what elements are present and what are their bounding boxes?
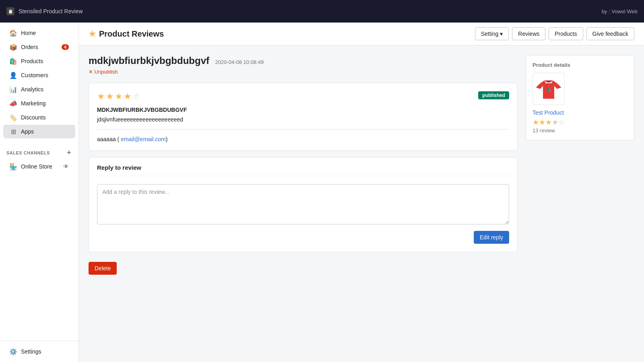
sidebar-item-products[interactable]: 🛍️ Products bbox=[3, 54, 75, 68]
sidebar-item-online-store[interactable]: 🏪 Online Store 👁 bbox=[3, 160, 75, 173]
give-feedback-button[interactable]: Give feedback bbox=[586, 27, 635, 40]
sidebar-item-label-home: Home bbox=[21, 30, 36, 36]
sidebar-item-analytics[interactable]: 📊 Analytics bbox=[3, 82, 75, 96]
sidebar-item-customers[interactable]: 👤 Customers bbox=[3, 68, 75, 82]
sidebar-bottom: ⚙️ Settings bbox=[0, 341, 78, 362]
reply-textarea[interactable] bbox=[97, 184, 509, 224]
setting-button[interactable]: Setting ▾ bbox=[475, 27, 509, 40]
sidebar-item-label-customers: Customers bbox=[21, 72, 48, 78]
edit-reply-button[interactable]: Edit reply bbox=[474, 231, 509, 244]
review-card: ★★★★☆ published MDKJWBFIURBKJVBGBDUBGVF … bbox=[89, 83, 518, 151]
sales-channels-section: SALES CHANNELS ＋ bbox=[0, 142, 78, 159]
published-badge: published bbox=[478, 91, 509, 99]
delete-area: Delete bbox=[89, 262, 518, 275]
sidebar-item-label-marketing: Marketing bbox=[21, 100, 45, 107]
main: ★ Product Reviews Setting ▾ Reviews Prod… bbox=[79, 23, 644, 362]
sidebar-nav: 🏠 Home 📦 Orders 4 🛍️ Products 👤 Customer… bbox=[0, 23, 78, 142]
sidebar-item-label-products: Products bbox=[21, 58, 43, 64]
discounts-icon: 🏷️ bbox=[10, 114, 17, 121]
sidebar-item-discounts[interactable]: 🏷️ Discounts bbox=[3, 111, 75, 124]
product-image-wrapper bbox=[533, 73, 565, 105]
reviewer-email-link[interactable]: email@email.com bbox=[121, 136, 165, 142]
page-content: mdkjwbfiurbkjvbgbdubgvf 2020-04-08 10:08… bbox=[79, 45, 644, 362]
products-header-button[interactable]: Products bbox=[549, 27, 583, 40]
unpublish-link[interactable]: ✕ Unpublish bbox=[89, 69, 518, 75]
review-name: mdkjwbfiurbkjvbgbdubgvf bbox=[89, 55, 209, 66]
main-column: mdkjwbfiurbkjvbgbdubgvf 2020-04-08 10:08… bbox=[89, 55, 518, 275]
review-title-area: mdkjwbfiurbkjvbgbdubgvf 2020-04-08 10:08… bbox=[89, 55, 518, 75]
dropdown-arrow-icon: ▾ bbox=[500, 31, 503, 37]
topbar: 📋 Stensiled Product Review by : Vowel We… bbox=[0, 0, 644, 23]
products-icon: 🛍️ bbox=[10, 58, 17, 65]
topbar-by-label: by : Vowel Web bbox=[602, 8, 638, 14]
app-icon: 📋 bbox=[6, 7, 14, 15]
reviewer-email-section: aaaaaa ( email@email.com) bbox=[97, 129, 509, 142]
sidebar-item-label-orders: Orders bbox=[21, 44, 38, 50]
sales-channels-label: SALES CHANNELS bbox=[6, 150, 50, 155]
apps-icon: ⊞ bbox=[10, 128, 17, 135]
review-stars: ★★★★☆ bbox=[97, 91, 141, 102]
reviewer-text: jdsjivnfueeeeeeeeeeeeeeeeeeeed bbox=[97, 116, 509, 123]
sidebar-item-orders[interactable]: 📦 Orders 4 bbox=[3, 40, 75, 54]
review-card-body: ★★★★☆ published MDKJWBFIURBKJVBGBDUBGVF … bbox=[89, 83, 517, 150]
online-store-icon: 🏪 bbox=[10, 163, 17, 170]
sidebar-item-label-online-store: Online Store bbox=[21, 163, 52, 170]
sidebar: 🏠 Home 📦 Orders 4 🛍️ Products 👤 Customer… bbox=[0, 23, 79, 362]
sidebar-item-label-settings: Settings bbox=[21, 348, 41, 355]
reply-card-title: Reply to review bbox=[89, 158, 517, 176]
review-card-top: ★★★★☆ published bbox=[97, 91, 509, 102]
analytics-icon: 📊 bbox=[10, 86, 17, 93]
reviewer-suffix: ) bbox=[166, 136, 168, 142]
product-review-count: 13 review bbox=[533, 128, 627, 134]
topbar-app-name: Stensiled Product Review bbox=[19, 8, 83, 14]
sidebar-item-home[interactable]: 🏠 Home bbox=[3, 26, 75, 40]
product-image bbox=[535, 75, 563, 103]
settings-icon: ⚙️ bbox=[10, 348, 17, 355]
product-column: Product details bbox=[526, 55, 634, 140]
home-icon: 🏠 bbox=[10, 29, 17, 37]
customers-icon: 👤 bbox=[10, 72, 17, 79]
orders-icon: 📦 bbox=[10, 43, 17, 51]
review-date: 2020-04-08 10:08:49 bbox=[215, 59, 264, 65]
reviewer-name: MDKJWBFIURBKJVBGBDUBGVF bbox=[97, 107, 509, 113]
sidebar-item-marketing[interactable]: 📣 Marketing bbox=[3, 97, 75, 110]
sidebar-item-label-apps: Apps bbox=[21, 128, 34, 135]
title-star-icon: ★ bbox=[89, 29, 96, 39]
page-title: ★ Product Reviews bbox=[89, 29, 164, 39]
sidebar-item-label-discounts: Discounts bbox=[21, 114, 45, 121]
review-heading: mdkjwbfiurbkjvbgbdubgvf 2020-04-08 10:08… bbox=[89, 55, 518, 66]
reply-card: Reply to review Edit reply bbox=[89, 157, 518, 252]
product-stars: ★★★★☆ bbox=[533, 118, 627, 127]
sidebar-item-label-analytics: Analytics bbox=[21, 86, 43, 93]
reply-card-body: Edit reply bbox=[89, 176, 517, 252]
delete-button[interactable]: Delete bbox=[89, 262, 117, 275]
reply-actions: Edit reply bbox=[97, 231, 509, 244]
page-title-text: Product Reviews bbox=[99, 29, 164, 39]
page-header: ★ Product Reviews Setting ▾ Reviews Prod… bbox=[79, 23, 644, 45]
reviews-button[interactable]: Reviews bbox=[512, 27, 545, 40]
product-card-title: Product details bbox=[533, 62, 627, 68]
product-name-link[interactable]: Test Product bbox=[533, 109, 564, 116]
sidebar-item-settings[interactable]: ⚙️ Settings bbox=[3, 345, 75, 358]
add-channel-icon[interactable]: ＋ bbox=[66, 148, 72, 157]
product-card: Product details bbox=[526, 55, 634, 140]
page-header-actions: Setting ▾ Reviews Products Give feedback bbox=[475, 27, 634, 40]
marketing-icon: 📣 bbox=[10, 100, 17, 107]
sidebar-item-apps[interactable]: ⊞ Apps bbox=[3, 125, 75, 138]
orders-badge: 4 bbox=[62, 44, 69, 50]
reviewer-prefix: aaaaaa ( bbox=[97, 136, 121, 142]
online-store-visibility-icon[interactable]: 👁 bbox=[63, 163, 69, 170]
